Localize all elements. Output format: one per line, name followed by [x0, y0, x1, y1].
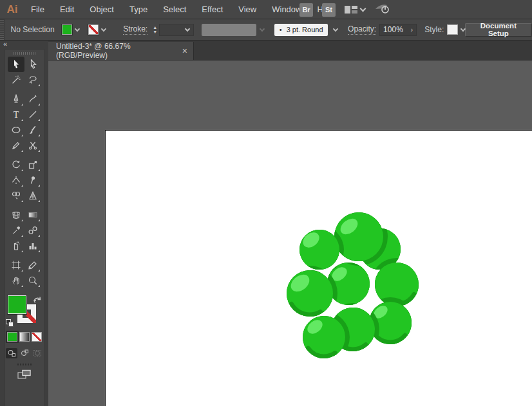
- gradient-mode-button[interactable]: [19, 332, 30, 342]
- pen-tool[interactable]: [8, 91, 24, 107]
- chevron-down-icon: [360, 5, 366, 12]
- draw-mode-row: [5, 348, 44, 358]
- artboard-tool[interactable]: [8, 257, 24, 273]
- opacity-field[interactable]: 100% ›: [379, 24, 417, 36]
- stroke-color-swatch[interactable]: [88, 24, 99, 35]
- brush-dot-icon: •: [280, 26, 282, 33]
- workspace-icon: [345, 5, 357, 14]
- slice-tool[interactable]: [24, 257, 41, 273]
- fill-chevron-icon[interactable]: [75, 26, 80, 32]
- stepper-up-icon[interactable]: ▲: [153, 25, 157, 30]
- stroke-weight-dropdown[interactable]: [159, 24, 194, 36]
- brush-definition-field[interactable]: • 3 pt. Round: [274, 24, 328, 36]
- stroke-weight-label[interactable]: Stroke:: [123, 24, 147, 35]
- toolbar-divider-grip: [17, 364, 32, 365]
- document-tab[interactable]: Untitled-3* @ 66.67% (RGB/Preview) ×: [48, 42, 194, 60]
- none-slash-icon: [89, 25, 98, 34]
- document-tab-title: Untitled-3* @ 66.67% (RGB/Preview): [56, 42, 176, 60]
- selection-status: No Selection: [11, 25, 60, 34]
- chevron-down-icon: [185, 26, 190, 32]
- draw-normal-button[interactable]: [6, 348, 17, 358]
- perspective-grid-tool[interactable]: [24, 188, 41, 203]
- selection-tool[interactable]: [8, 57, 24, 72]
- none-mode-button[interactable]: [32, 332, 42, 342]
- change-screen-mode-button[interactable]: [5, 369, 44, 380]
- collapse-panel-button[interactable]: «: [0, 41, 48, 49]
- menu: FileEditObjectTypeSelectEffectViewWindow…: [23, 0, 342, 19]
- menu-item-type[interactable]: Type: [122, 0, 155, 19]
- menu-item-object[interactable]: Object: [82, 0, 122, 19]
- toolbar: T: [5, 49, 44, 406]
- brush-definition-value: 3 pt. Round: [287, 26, 323, 33]
- opacity-value: 100%: [383, 25, 403, 34]
- style-swatch[interactable]: [447, 24, 458, 35]
- menu-item-edit[interactable]: Edit: [52, 0, 82, 19]
- default-fill-stroke-icon[interactable]: [6, 319, 14, 327]
- illustrator-window: Ai FileEditObjectTypeSelectEffectViewWin…: [0, 0, 532, 406]
- column-graph-tool[interactable]: [24, 238, 41, 254]
- swap-fill-stroke-icon[interactable]: [33, 295, 42, 306]
- hand-tool[interactable]: [8, 273, 24, 288]
- mesh-tool[interactable]: [8, 207, 24, 223]
- width-tool[interactable]: [8, 172, 24, 188]
- bridge-button[interactable]: Br: [299, 3, 313, 17]
- menubar-right: Br St: [299, 0, 391, 19]
- menu-item-file[interactable]: File: [23, 0, 52, 19]
- rotate-tool[interactable]: [8, 157, 24, 172]
- cs-live-icon[interactable]: [374, 3, 391, 17]
- scale-tool[interactable]: [24, 157, 41, 172]
- svg-text:T: T: [14, 110, 19, 120]
- brush-chevron-icon[interactable]: [333, 26, 338, 32]
- workspace-switcher[interactable]: [345, 5, 365, 14]
- tool-grid: T: [5, 57, 44, 288]
- draw-behind-button[interactable]: [19, 348, 30, 358]
- stock-button[interactable]: St: [322, 3, 336, 17]
- symbol-sprayer-tool[interactable]: [8, 238, 24, 254]
- puppet-warp-tool[interactable]: [24, 172, 41, 188]
- menu-item-select[interactable]: Select: [155, 0, 194, 19]
- line-segment-tool[interactable]: [24, 107, 41, 122]
- lasso-tool[interactable]: [24, 72, 41, 88]
- direct-selection-tool[interactable]: [24, 57, 41, 72]
- panel-grip[interactable]: [0, 19, 5, 40]
- fill-proxy-swatch[interactable]: [8, 295, 26, 314]
- stroke-chevron-icon[interactable]: [100, 26, 106, 32]
- tab-bar: Untitled-3* @ 66.67% (RGB/Preview) ×: [48, 41, 532, 60]
- width-profile-chevron-icon: [260, 26, 265, 32]
- ellipse-tool[interactable]: [8, 122, 24, 138]
- menu-item-effect[interactable]: Effect: [194, 0, 231, 19]
- eyedropper-tool[interactable]: [8, 223, 24, 238]
- type-tool[interactable]: T: [8, 107, 24, 122]
- shape-builder-tool[interactable]: [8, 188, 24, 203]
- menu-item-view[interactable]: View: [231, 0, 264, 19]
- toolbar-grip[interactable]: [14, 52, 35, 55]
- menubar: Ai FileEditObjectTypeSelectEffectViewWin…: [0, 0, 532, 19]
- blend-tool[interactable]: [24, 223, 41, 238]
- stroke-weight-stepper[interactable]: ▲ ▼: [153, 25, 157, 34]
- zoom-tool[interactable]: [24, 273, 41, 288]
- fill-color-swatch[interactable]: [62, 24, 72, 35]
- stepper-down-icon[interactable]: ▼: [153, 30, 157, 34]
- pencil-tool[interactable]: [8, 138, 24, 153]
- fill-stroke-indicator: [5, 293, 44, 329]
- paint-mode-row: [5, 332, 44, 342]
- document-setup-button[interactable]: Document Setup: [465, 23, 532, 37]
- color-mode-button[interactable]: [7, 332, 17, 342]
- width-profile-dropdown: [202, 24, 256, 36]
- app-logo: Ai: [1, 3, 23, 16]
- opacity-label[interactable]: Opacity:: [348, 24, 376, 35]
- control-bar: No Selection Stroke: ▲ ▼ • 3 pt. Round O…: [0, 19, 532, 41]
- gradient-tool[interactable]: [24, 207, 41, 223]
- canvas-area: [48, 60, 532, 406]
- magic-wand-tool[interactable]: [8, 72, 24, 88]
- tools-panel: « T: [0, 41, 48, 406]
- grape-cluster-artwork[interactable]: [245, 193, 451, 380]
- scissors-tool[interactable]: [24, 138, 41, 153]
- paintbrush-tool[interactable]: [24, 122, 41, 138]
- opacity-arrow-icon[interactable]: ›: [411, 26, 413, 33]
- style-label: Style:: [424, 25, 444, 34]
- curvature-tool[interactable]: [24, 91, 41, 107]
- draw-inside-button: [32, 348, 43, 358]
- close-icon[interactable]: ×: [182, 46, 187, 55]
